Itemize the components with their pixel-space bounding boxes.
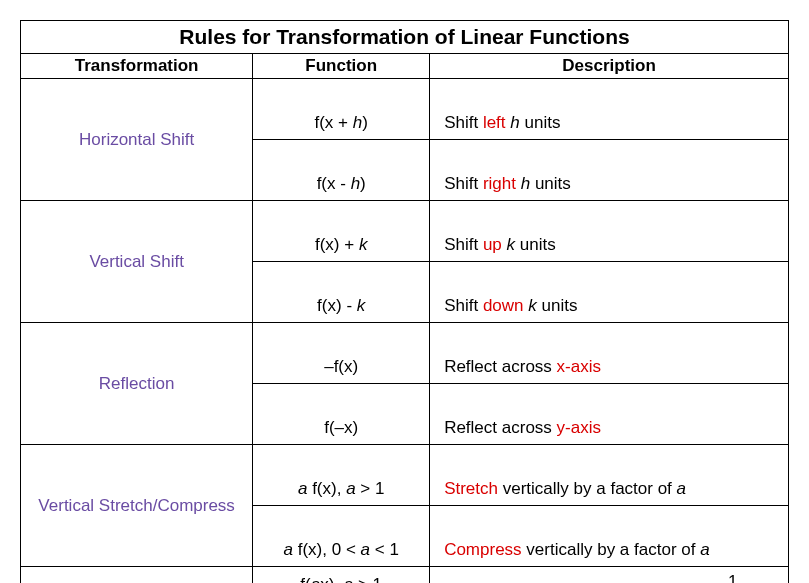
- fraction: 1a: [724, 573, 741, 583]
- table-row: Reflection –f(x) Reflect across x-axis: [21, 323, 789, 384]
- description-cell: Shift left h units: [430, 79, 789, 140]
- function-cell: f(x) - k: [253, 262, 430, 323]
- function-cell: f(x) + k: [253, 201, 430, 262]
- header-row: Transformation Function Description: [21, 54, 789, 79]
- function-cell: –f(x): [253, 323, 430, 384]
- transformation-rules-table: Rules for Transformation of Linear Funct…: [20, 20, 789, 583]
- function-cell: f(–x): [253, 384, 430, 445]
- transformation-name: Vertical Stretch/Compress: [21, 445, 253, 567]
- function-cell: a f(x), 0 < a < 1: [253, 506, 430, 567]
- function-cell: f(x - h): [253, 140, 430, 201]
- description-cell: Compress horizontally by a factor of 1a: [430, 567, 789, 584]
- table-title: Rules for Transformation of Linear Funct…: [21, 21, 789, 54]
- header-transformation: Transformation: [21, 54, 253, 79]
- description-cell: Shift up k units: [430, 201, 789, 262]
- description-cell: Shift down k units: [430, 262, 789, 323]
- table-row: Vertical Shift f(x) + k Shift up k units: [21, 201, 789, 262]
- description-cell: Shift right h units: [430, 140, 789, 201]
- function-cell: f(ax), a > 1: [253, 567, 430, 584]
- table-row: Horizontal Shift f(x + h) Shift left h u…: [21, 79, 789, 140]
- description-cell: Stretch vertically by a factor of a: [430, 445, 789, 506]
- description-cell: Reflect across y-axis: [430, 384, 789, 445]
- transformation-name: Horizontal Shift: [21, 79, 253, 201]
- function-cell: f(x + h): [253, 79, 430, 140]
- transformation-name: Vertical Shift: [21, 201, 253, 323]
- header-description: Description: [430, 54, 789, 79]
- transformation-name: Reflection: [21, 323, 253, 445]
- header-function: Function: [253, 54, 430, 79]
- function-cell: a f(x), a > 1: [253, 445, 430, 506]
- table-row: Vertical Stretch/Compress a f(x), a > 1 …: [21, 445, 789, 506]
- transformation-name: Horizontal Stretch/Compress: [21, 567, 253, 584]
- title-row: Rules for Transformation of Linear Funct…: [21, 21, 789, 54]
- description-cell: Compress vertically by a factor of a: [430, 506, 789, 567]
- description-cell: Reflect across x-axis: [430, 323, 789, 384]
- table-row: Horizontal Stretch/Compress f(ax), a > 1…: [21, 567, 789, 584]
